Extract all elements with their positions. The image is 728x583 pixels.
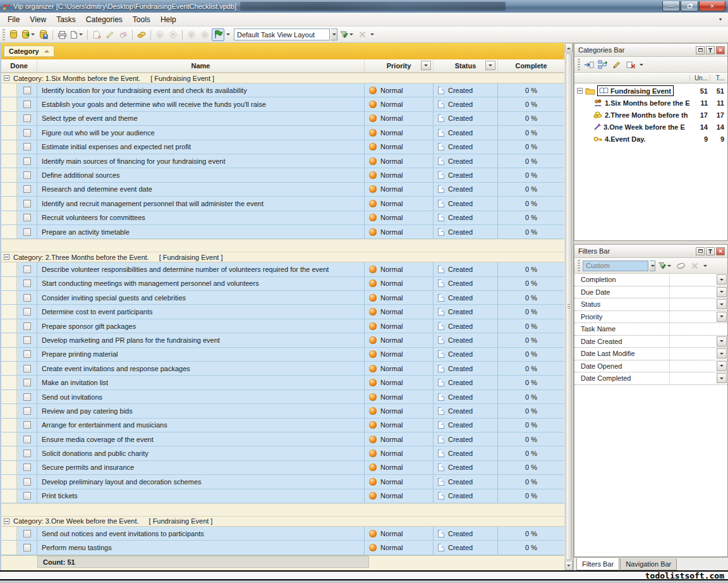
column-done[interactable]: Done — [1, 59, 37, 72]
layout-combo-dropdown[interactable] — [331, 28, 337, 40]
filter-value[interactable] — [669, 360, 717, 372]
category-header-row[interactable]: Category: 1.Six Months before the Event.… — [1, 73, 564, 83]
filter-dropdown-button[interactable] — [717, 361, 727, 371]
done-checkbox[interactable] — [23, 365, 31, 372]
filter-value[interactable] — [669, 372, 717, 384]
tree-collapse-icon[interactable] — [577, 88, 583, 94]
task-row[interactable]: Prepare an activity timetable Normal Cre… — [1, 225, 564, 239]
task-name[interactable]: Send out notices and event invitations t… — [37, 527, 365, 540]
task-row[interactable]: Ensure media coverage of the event Norma… — [1, 433, 564, 446]
filter-value[interactable] — [669, 348, 717, 360]
done-checkbox[interactable] — [23, 228, 31, 236]
task-row[interactable]: Recruit volunteers for committees Normal… — [1, 211, 564, 225]
task-row[interactable]: Determine cost to event participants Nor… — [1, 305, 564, 319]
apply-layout-button[interactable] — [338, 28, 355, 41]
filter-dropdown-button[interactable] — [717, 348, 727, 359]
task-row[interactable]: Identify and recruit management personne… — [1, 197, 564, 211]
task-name[interactable]: Develop marketing and PR plans for the f… — [37, 333, 365, 347]
done-checkbox[interactable] — [23, 336, 31, 344]
task-row[interactable]: Define additional sources Normal Created… — [1, 168, 564, 182]
group-by-chip[interactable]: Category — [4, 46, 54, 57]
category-header-row[interactable]: Category: 3.One Week before the Event. [… — [1, 516, 564, 527]
done-checkbox[interactable] — [23, 185, 31, 193]
task-name[interactable]: Make an invitation list — [37, 376, 365, 389]
status-filter-button[interactable] — [485, 61, 495, 70]
filters-close-icon[interactable]: ✕ — [716, 247, 725, 255]
done-checkbox[interactable] — [23, 463, 31, 471]
save-database-button[interactable] — [37, 28, 50, 41]
task-name[interactable]: Review and pay catering bids — [37, 404, 365, 417]
column-complete[interactable]: Complete — [498, 59, 564, 72]
task-row[interactable]: Make an invitation list Normal Created 0… — [1, 376, 564, 390]
done-checkbox[interactable] — [23, 478, 31, 486]
column-status[interactable]: Status — [434, 59, 498, 72]
tab-navigation-bar[interactable]: Navigation Bar — [620, 558, 677, 570]
layout-combo[interactable]: Default Task View Layout — [234, 28, 330, 40]
priority-filter-button[interactable] — [421, 61, 431, 70]
scrollbar-thumb[interactable] — [566, 53, 572, 560]
scroll-down-button[interactable] — [565, 561, 573, 570]
task-row[interactable]: Develop preliminary layout and decoratio… — [1, 475, 564, 489]
filters-toolbar-overflow[interactable] — [703, 265, 707, 269]
filter-preset-dropdown[interactable] — [650, 261, 655, 271]
new-task-button[interactable] — [90, 28, 103, 41]
scroll-up-button[interactable] — [565, 43, 573, 52]
layout-dropdown-caret[interactable] — [226, 34, 230, 37]
grid-vertical-scrollbar[interactable] — [564, 43, 573, 570]
tree-node[interactable]: 2.Three Months before th 17 17 — [574, 109, 727, 121]
tree-selected-item[interactable]: Fundraising Event — [597, 85, 674, 96]
filter-dropdown-button[interactable] — [717, 373, 727, 383]
filter-dropdown-button[interactable] — [717, 312, 727, 322]
task-name[interactable]: Solicit donations and public charity — [37, 446, 365, 460]
done-checkbox[interactable] — [23, 450, 31, 457]
task-row[interactable]: Identify main sources of financing for y… — [1, 154, 564, 168]
done-checkbox[interactable] — [23, 379, 31, 386]
task-row[interactable]: Establish your goals and determine who w… — [1, 97, 564, 111]
tree-node[interactable]: 4.Event Day. 9 9 — [574, 133, 727, 145]
restore-button[interactable] — [681, 1, 698, 11]
task-name[interactable]: Send out invitations — [37, 390, 365, 403]
task-name[interactable]: Identify main sources of financing for y… — [37, 154, 365, 168]
print-preview-button[interactable] — [69, 28, 85, 41]
task-name[interactable]: Start conducting meetings with managemen… — [37, 277, 365, 290]
tree-node[interactable]: 1.Six Months before the E 11 11 — [574, 97, 727, 109]
move-down-button[interactable] — [154, 28, 166, 41]
task-name[interactable]: Identify and recruit management personne… — [37, 197, 365, 210]
done-checkbox[interactable] — [23, 407, 31, 415]
done-checkbox[interactable] — [23, 129, 31, 137]
tab-filters-bar[interactable]: Filters Bar — [576, 558, 619, 570]
filter-value[interactable] — [669, 311, 717, 323]
menu-overflow-icon[interactable]: ▾ — [719, 16, 725, 22]
task-row[interactable]: Solicit donations and public charity Nor… — [1, 446, 564, 460]
done-checkbox[interactable] — [23, 200, 31, 207]
task-row[interactable]: Start conducting meetings with managemen… — [1, 277, 564, 291]
task-name[interactable]: Prepare printing material — [37, 348, 365, 361]
delete-layout-button[interactable] — [356, 28, 368, 41]
done-checkbox[interactable] — [23, 294, 31, 302]
print-dropdown-caret[interactable] — [79, 34, 83, 37]
filter-preset-combo[interactable]: Custom — [583, 261, 648, 271]
menu-tools[interactable]: Tools — [128, 14, 155, 25]
done-checkbox[interactable] — [23, 436, 31, 443]
task-row[interactable]: Arrange for entertainment and musicians … — [1, 419, 564, 433]
filters-pin-icon[interactable] — [706, 247, 715, 255]
task-row[interactable]: Perform menu tastings Normal Created 0 % — [1, 541, 564, 555]
toolbar-overflow-caret[interactable] — [370, 34, 374, 37]
collapse-icon[interactable] — [4, 75, 9, 81]
task-row[interactable]: Prepare sponsor gift packages Normal Cre… — [1, 319, 564, 333]
done-checkbox[interactable] — [23, 530, 31, 537]
category-header-row[interactable]: Category: 2.Three Months before the Even… — [1, 252, 564, 262]
task-name[interactable]: Print tickets — [37, 489, 365, 503]
task-name[interactable]: Describe volunteer responsibilities and … — [37, 262, 365, 276]
task-name[interactable]: Prepare sponsor gift packages — [37, 319, 365, 333]
task-row[interactable]: Print tickets Normal Created 0 % — [1, 489, 564, 503]
tree-node[interactable]: 3.One Week before the E 14 14 — [574, 121, 727, 133]
task-name[interactable]: Perform menu tastings — [37, 541, 365, 554]
done-checkbox[interactable] — [23, 322, 31, 330]
task-view-layout-button[interactable] — [212, 28, 224, 41]
task-name[interactable]: Consider inviting special guests and cel… — [37, 291, 365, 304]
task-row[interactable]: Estimate initial expenses and expected n… — [1, 140, 564, 154]
filter-dropdown-button[interactable] — [717, 299, 727, 309]
task-row[interactable]: Consider inviting special guests and cel… — [1, 291, 564, 305]
delete-category-button[interactable] — [624, 58, 637, 71]
